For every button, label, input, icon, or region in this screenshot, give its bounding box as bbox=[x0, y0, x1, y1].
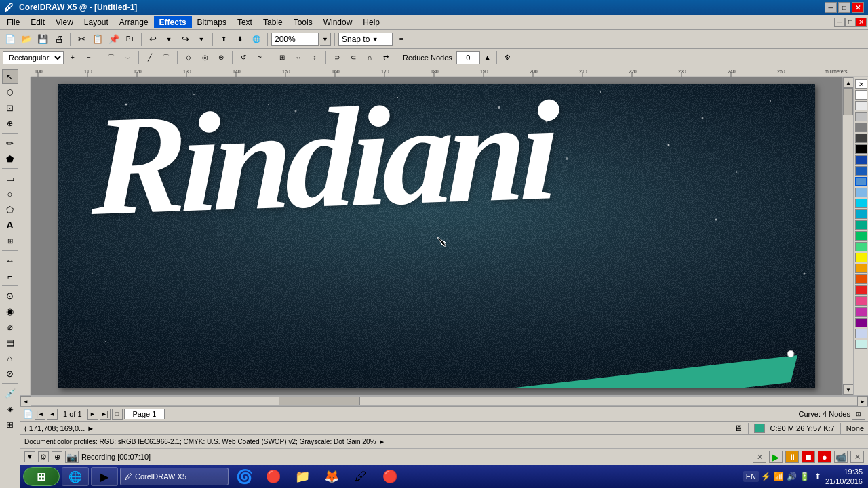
color-swatch-orange[interactable] bbox=[855, 264, 867, 273]
reflect-h-btn[interactable]: ↔ bbox=[291, 50, 306, 65]
color-swatch-light1[interactable] bbox=[855, 329, 867, 338]
menu-tools[interactable]: Tools bbox=[288, 16, 318, 28]
ellipse-tool-button[interactable]: ○ bbox=[2, 186, 18, 201]
extrude-tool-button[interactable]: ⊘ bbox=[2, 366, 18, 381]
tray-icon-volume[interactable]: 🔊 bbox=[787, 471, 797, 482]
text-tool-button[interactable]: A bbox=[2, 218, 18, 232]
freehand-tool-button[interactable]: ✏ bbox=[2, 136, 18, 150]
inner-maximize-button[interactable]: □ bbox=[845, 18, 856, 27]
color-swatch-blue4[interactable] bbox=[855, 188, 867, 197]
import-button[interactable]: ⬆ bbox=[216, 32, 231, 47]
save-button[interactable]: 💾 bbox=[35, 32, 50, 47]
redo-dropdown-button[interactable]: ▼ bbox=[194, 32, 209, 47]
page-nav-extra-button[interactable]: □ bbox=[112, 409, 123, 420]
color-swatch-light2[interactable] bbox=[855, 340, 867, 349]
distort-tool-button[interactable]: ⌀ bbox=[2, 319, 18, 334]
menu-table[interactable]: Table bbox=[258, 16, 288, 28]
clock-display[interactable]: 19:35 21/10/2016 bbox=[825, 467, 863, 487]
convert-btn[interactable]: ⇄ bbox=[378, 50, 393, 65]
tray-icon-bluetooth[interactable]: ⚡ bbox=[761, 471, 772, 482]
color-swatch-white[interactable] bbox=[855, 90, 867, 100]
color-swatch-teal[interactable] bbox=[855, 220, 867, 230]
rec-zoom-button[interactable]: ⊕ bbox=[52, 451, 62, 462]
polygon-tool-button[interactable]: ⬠ bbox=[2, 202, 18, 217]
shadow-tool-button[interactable]: ▤ bbox=[2, 335, 18, 350]
connector-tool-button[interactable]: ⌐ bbox=[2, 268, 18, 283]
taskbar-app-coreldraw[interactable]: 🖊 CorelDRAW X5 bbox=[120, 468, 229, 485]
canvas-zoom-fit-button[interactable]: ⊡ bbox=[852, 409, 865, 420]
zoom-tool-button[interactable]: ⊕ bbox=[2, 116, 18, 131]
reduce-nodes-input[interactable] bbox=[456, 51, 480, 64]
taskbar-file-button[interactable]: 📁 bbox=[289, 467, 316, 486]
snap-settings-button[interactable]: ≡ bbox=[394, 32, 409, 47]
taskbar-ie-button[interactable]: 🌀 bbox=[231, 467, 258, 486]
inner-minimize-button[interactable]: ─ bbox=[834, 18, 845, 27]
rec-cam-button[interactable]: 📹 bbox=[834, 451, 848, 463]
menu-file[interactable]: File bbox=[1, 16, 25, 28]
color-swatch-red[interactable] bbox=[855, 285, 867, 295]
redo-button[interactable]: ↪ bbox=[178, 32, 193, 47]
start-button[interactable]: ⊞ bbox=[23, 467, 60, 486]
minimize-button[interactable]: ─ bbox=[825, 2, 837, 13]
paste-special-button[interactable]: P+ bbox=[123, 32, 138, 47]
reduce-nodes-apply-btn[interactable]: ▲ bbox=[482, 50, 493, 65]
color-swatch-cyan1[interactable] bbox=[855, 199, 867, 208]
menu-arrange[interactable]: Arrange bbox=[114, 16, 154, 28]
maximize-button[interactable]: □ bbox=[838, 2, 850, 13]
menu-edit[interactable]: Edit bbox=[25, 16, 50, 28]
node-settings-btn[interactable]: ⚙ bbox=[500, 50, 515, 65]
color-swatch-5[interactable] bbox=[855, 144, 867, 154]
color-swatch-blue2[interactable] bbox=[855, 166, 867, 176]
delete-node-button[interactable]: − bbox=[81, 50, 96, 65]
scroll-up-button[interactable]: ▲ bbox=[843, 77, 854, 88]
color-swatch-4[interactable] bbox=[855, 134, 867, 143]
color-swatch-cyan2[interactable] bbox=[855, 209, 867, 219]
make-curve-button[interactable]: ⌒ bbox=[159, 50, 174, 65]
open-button[interactable]: 📂 bbox=[19, 32, 34, 47]
break-nodes-button[interactable]: ⌣ bbox=[120, 50, 135, 65]
reflect-v-btn[interactable]: ↕ bbox=[307, 50, 322, 65]
reverse-curve-btn[interactable]: ↺ bbox=[236, 50, 251, 65]
taskbar-app2-button[interactable]: 🖊 bbox=[347, 467, 374, 486]
color-swatch-yellow[interactable] bbox=[855, 253, 867, 262]
color-swatch-blue1[interactable] bbox=[855, 155, 867, 165]
smooth-btn[interactable]: ◎ bbox=[197, 50, 212, 65]
inner-close-button[interactable]: ✕ bbox=[856, 18, 867, 27]
color-swatch-magenta[interactable] bbox=[855, 307, 867, 317]
contour-tool-button[interactable]: ◉ bbox=[2, 304, 18, 319]
menu-bitmaps[interactable]: Bitmaps bbox=[192, 16, 232, 28]
rec-record-button[interactable]: ● bbox=[818, 451, 831, 463]
open-curve-btn[interactable]: ⊂ bbox=[346, 50, 361, 65]
select-tool-button[interactable]: ↖ bbox=[2, 69, 18, 84]
crop-tool-button[interactable]: ⊡ bbox=[2, 100, 18, 115]
canvas-scroll-area[interactable]: Rindiani bbox=[31, 77, 842, 395]
menu-layout[interactable]: Layout bbox=[79, 16, 114, 28]
smart-fill-button[interactable]: ⬟ bbox=[2, 151, 18, 166]
color-swatch-red-orange[interactable] bbox=[855, 274, 867, 284]
tray-icon-update[interactable]: ⬆ bbox=[812, 471, 823, 482]
rec-settings-button[interactable]: ⚙ bbox=[38, 451, 49, 462]
page-first-button[interactable]: |◄ bbox=[35, 409, 45, 420]
undo-button[interactable]: ↩ bbox=[145, 32, 160, 47]
publish-button[interactable]: 🌐 bbox=[249, 32, 264, 47]
quick-launch-media[interactable]: ▶ bbox=[91, 467, 118, 486]
color-swatch-pink[interactable] bbox=[855, 296, 867, 306]
taskbar-app3-button[interactable]: 🔴 bbox=[376, 467, 403, 486]
rec-close-button[interactable]: ✕ bbox=[850, 451, 864, 463]
mesh-fill-button[interactable]: ⊞ bbox=[2, 417, 18, 432]
align-nodes-btn[interactable]: ⊞ bbox=[275, 50, 290, 65]
menu-effects[interactable]: Effects bbox=[154, 16, 192, 28]
color-swatch-green2[interactable] bbox=[855, 242, 867, 251]
rec-pause-button[interactable]: ⏸ bbox=[785, 451, 799, 463]
print-button[interactable]: 🖨 bbox=[52, 32, 66, 47]
rectangle-tool-button[interactable]: ▭ bbox=[2, 171, 18, 186]
blend-tool-button[interactable]: ⊙ bbox=[2, 288, 18, 303]
close-curve-btn[interactable]: ⊃ bbox=[330, 50, 344, 65]
taskbar-firefox-button[interactable]: 🦊 bbox=[318, 467, 345, 486]
scroll-thumb[interactable] bbox=[843, 88, 853, 115]
color-swatch-green1[interactable] bbox=[855, 231, 867, 241]
envelope-tool-button[interactable]: ⌂ bbox=[2, 350, 18, 365]
rec-stop-button[interactable]: ⏹ bbox=[802, 451, 815, 463]
zoom-dropdown-button[interactable]: ▼ bbox=[320, 33, 331, 46]
new-button[interactable]: 📄 bbox=[3, 32, 18, 47]
